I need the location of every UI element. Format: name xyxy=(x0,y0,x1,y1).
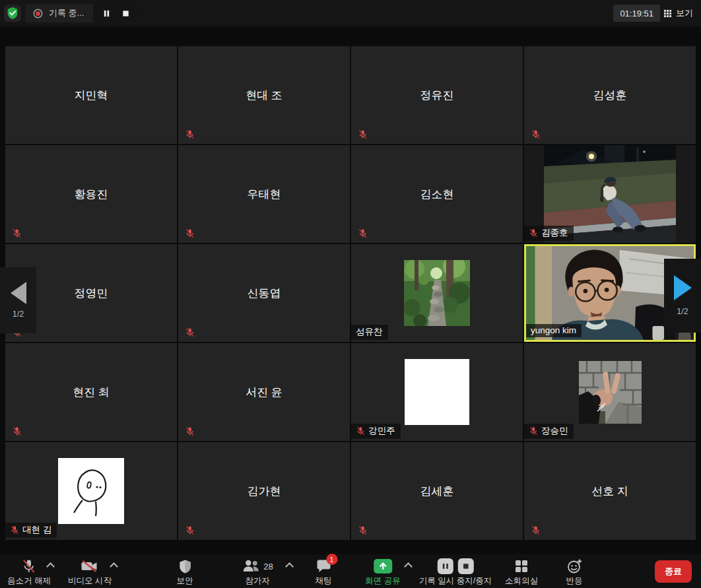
participant-name-label: 성유찬 xyxy=(351,325,388,340)
share-screen-button[interactable]: 화면 공유 xyxy=(365,558,400,587)
participant-name: 대현 김 xyxy=(22,524,51,536)
muted-mic-icon xyxy=(356,426,365,436)
participant-grid: 지민혁 현대 조 정유진 김성훈 황용진 우태현 김소현 xyxy=(5,46,696,540)
participant-tile[interactable]: 서진 윤 xyxy=(178,343,350,441)
participant-tile[interactable]: 지민혁 xyxy=(5,46,177,144)
security-label: 보안 xyxy=(177,575,193,587)
participant-name: 지민혁 xyxy=(5,46,177,144)
security-button[interactable]: 보안 xyxy=(177,558,193,587)
participant-name-label: 대현 김 xyxy=(5,523,57,538)
participant-tile[interactable]: 현진 최 xyxy=(5,343,177,441)
participant-tile[interactable]: 김성훈 xyxy=(524,46,696,144)
participant-tile[interactable]: 선호 지 xyxy=(524,442,696,540)
participant-name: 김소현 xyxy=(351,145,523,243)
stop-icon xyxy=(461,562,470,571)
meeting-timer: 01:19:51 xyxy=(613,5,660,22)
participant-tile[interactable]: 김세훈 xyxy=(351,442,523,540)
participant-name: 현대 조 xyxy=(178,46,350,144)
page-indicator: 1/2 xyxy=(677,307,688,316)
participant-name-label: yungon kim xyxy=(526,324,582,337)
previous-page-arrow-icon[interactable] xyxy=(11,282,26,304)
share-screen-icon xyxy=(374,559,392,573)
breakout-rooms-label: 소회의실 xyxy=(505,575,538,587)
muted-mic-icon xyxy=(531,525,541,535)
participants-options-chevron[interactable] xyxy=(285,562,294,571)
participant-tile[interactable]: 정유진 xyxy=(351,46,523,144)
next-page-control[interactable]: 1/2 xyxy=(664,259,701,333)
participant-name: yungon kim xyxy=(531,325,576,335)
start-video-label: 비디오 시작 xyxy=(68,575,112,587)
unmute-label: 음소거 해제 xyxy=(7,575,51,587)
page-indicator: 1/2 xyxy=(13,310,24,319)
muted-mic-icon xyxy=(529,426,538,436)
gallery-view-icon xyxy=(663,9,672,18)
muted-mic-icon xyxy=(12,426,22,436)
participant-tile[interactable]: 성유찬 xyxy=(351,244,523,342)
participants-label: 참가자 xyxy=(245,575,270,587)
view-button-label: 보기 xyxy=(676,7,693,19)
participant-name: 신동엽 xyxy=(178,244,350,342)
camera-off-icon xyxy=(81,559,98,573)
chat-label: 채팅 xyxy=(316,575,332,587)
participant-name: 강민주 xyxy=(368,425,395,437)
participants-icon xyxy=(242,559,260,573)
recording-dot-icon xyxy=(33,9,43,18)
participant-name: 김종호 xyxy=(541,227,568,239)
participant-tile[interactable]: 김소현 xyxy=(351,145,523,243)
meeting-toolbar: 음소거 해제 비디오 시작 보안 28 참가자 1 채팅 화면 공유 xyxy=(0,554,701,588)
share-screen-label: 화면 공유 xyxy=(365,575,400,587)
recording-status-label: 기록 중... xyxy=(49,7,84,19)
white-square-avatar xyxy=(405,359,469,425)
participant-tile[interactable]: 강민주 xyxy=(351,343,523,441)
participant-name: 김가현 xyxy=(178,442,350,540)
share-options-chevron[interactable] xyxy=(404,562,413,571)
muted-mic-icon xyxy=(10,525,19,535)
chat-button[interactable]: 1 채팅 xyxy=(316,558,332,587)
participant-tile[interactable]: 우태현 xyxy=(178,145,350,243)
participant-name-label: 김종호 xyxy=(524,226,574,241)
breakout-rooms-button[interactable]: 소회의실 xyxy=(505,558,538,587)
pause-recording-button[interactable] xyxy=(437,558,453,574)
shield-check-icon xyxy=(7,7,18,20)
muted-mic-icon xyxy=(358,525,368,535)
muted-mic-icon xyxy=(185,525,195,535)
hand-peace-avatar xyxy=(579,361,642,424)
reactions-button[interactable]: 반응 xyxy=(566,558,583,587)
video-gallery: 지민혁 현대 조 정유진 김성훈 황용진 우태현 김소현 xyxy=(0,26,701,554)
participant-tile[interactable]: 황용진 xyxy=(5,145,177,243)
arrow-up-icon xyxy=(378,562,387,571)
muted-mic-icon xyxy=(185,228,195,238)
unmute-button[interactable]: 음소거 해제 xyxy=(7,558,51,587)
stop-recording-icon[interactable] xyxy=(121,9,130,18)
participant-tile[interactable]: 김가현 xyxy=(178,442,350,540)
participants-button[interactable]: 28 참가자 xyxy=(242,558,273,587)
next-page-arrow-icon[interactable] xyxy=(674,275,692,300)
end-meeting-button[interactable]: 종료 xyxy=(655,560,692,583)
participant-name: 서진 윤 xyxy=(178,343,350,441)
muted-mic-icon xyxy=(185,129,195,139)
participant-tile[interactable]: 신동엽 xyxy=(178,244,350,342)
pause-recording-icon[interactable] xyxy=(102,9,111,18)
participant-tile[interactable]: 김종호 xyxy=(524,145,696,243)
participant-name: 황용진 xyxy=(5,145,177,243)
participant-name: 김성훈 xyxy=(524,46,696,144)
meeting-info-shield-button[interactable] xyxy=(4,5,21,22)
participant-tile[interactable]: 대현 김 xyxy=(5,442,177,540)
participants-count: 28 xyxy=(263,562,273,572)
stop-recording-button[interactable] xyxy=(457,558,473,574)
muted-mic-icon xyxy=(529,228,538,238)
recording-controls: 기록 일시 중지/중지 xyxy=(419,558,492,587)
top-bar: 기록 중... 01:19:51 보기 xyxy=(0,0,701,26)
participant-name: 김세훈 xyxy=(351,442,523,540)
start-video-button[interactable]: 비디오 시작 xyxy=(68,558,112,587)
face-drawing-avatar xyxy=(58,458,124,524)
participant-tile[interactable]: 장승민 xyxy=(524,343,696,441)
view-button[interactable]: 보기 xyxy=(661,5,696,22)
mic-muted-icon xyxy=(21,558,36,574)
participant-name: 선호 지 xyxy=(524,442,696,540)
reactions-smiley-icon xyxy=(566,558,582,574)
previous-page-control[interactable]: 1/2 xyxy=(0,267,36,333)
participant-name: 장승민 xyxy=(541,425,568,437)
participant-name: 정유진 xyxy=(351,46,523,144)
participant-tile[interactable]: 현대 조 xyxy=(178,46,350,144)
